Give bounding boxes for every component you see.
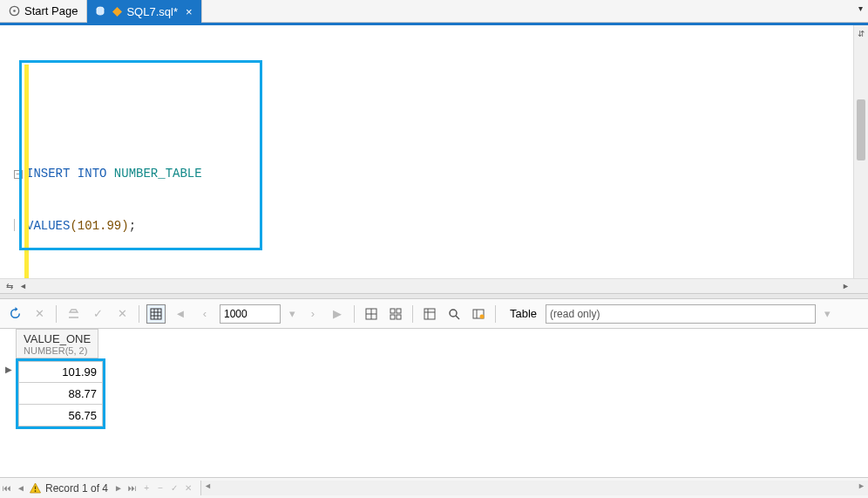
rollback-button[interactable]: ✕ — [112, 304, 132, 324]
sql-editor[interactable]: −INSERT INTO NUMBER_TABLE VALUES(101.99)… — [0, 25, 853, 278]
table-row[interactable]: 56.75 — [18, 405, 103, 426]
svg-line-19 — [456, 316, 459, 319]
table-row[interactable]: 88.77 — [18, 383, 103, 405]
page-size-input[interactable] — [220, 304, 281, 324]
start-page-icon — [9, 5, 20, 17]
close-icon[interactable]: × — [186, 5, 193, 18]
keyword: INTO — [78, 167, 107, 181]
keyword: INSERT — [26, 167, 70, 181]
cancel-button[interactable]: ✕ — [30, 304, 49, 324]
column-name: VALUE_ONE — [24, 332, 91, 345]
fold-icon[interactable]: − — [14, 170, 23, 179]
svg-point-24 — [34, 490, 36, 492]
page-dropdown-icon[interactable]: ▾ — [286, 304, 298, 324]
footer-hscrollbar[interactable] — [200, 481, 868, 495]
grid-mode-button[interactable] — [146, 304, 166, 324]
tab-label: Start Page — [24, 4, 78, 17]
table-label: Table — [510, 307, 537, 320]
tab-label: SQL7.sql* — [126, 5, 178, 18]
svg-rect-11 — [390, 309, 395, 313]
scroll-right-icon[interactable]: ► — [838, 282, 853, 290]
scroll-thumb[interactable] — [857, 99, 865, 160]
view-grid-button[interactable] — [362, 304, 381, 324]
svg-point-18 — [450, 310, 457, 317]
pane-resize-handle[interactable] — [0, 293, 868, 299]
last-page-button[interactable]: ▶ — [328, 304, 347, 324]
delete-row-icon[interactable]: − — [153, 483, 167, 493]
svg-rect-3 — [151, 309, 161, 319]
identifier: NUMBER_TABLE — [114, 167, 202, 181]
record-position: Record 1 of 4 — [45, 482, 108, 495]
number-literal: 101.99 — [78, 219, 121, 233]
keyword: VALUES — [26, 219, 70, 233]
nav-last-icon[interactable]: ⏭ — [125, 483, 139, 493]
modified-icon — [112, 7, 122, 17]
next-page-button[interactable]: › — [303, 304, 322, 324]
first-page-button[interactable]: ◄ — [171, 304, 190, 324]
svg-rect-14 — [397, 315, 401, 319]
tab-start-page[interactable]: Start Page — [0, 0, 87, 22]
sql-editor-pane: −INSERT INTO NUMBER_TABLE VALUES(101.99)… — [0, 25, 868, 278]
scroll-left-icon[interactable]: ◄ — [16, 282, 31, 290]
current-row-indicator: ▶ — [3, 365, 15, 374]
editor-hscrollbar[interactable]: ⇆ ◄ ► — [0, 278, 868, 293]
prev-page-button[interactable]: ‹ — [195, 304, 214, 324]
svg-rect-15 — [424, 309, 435, 319]
svg-point-1 — [13, 10, 16, 12]
export-button[interactable] — [64, 304, 83, 324]
column-config-button[interactable] — [469, 304, 488, 324]
results-toolbar: ✕ ✓ ✕ ◄ ‹ ▾ › ▶ Table ▾ — [0, 299, 868, 329]
warning-icon — [28, 481, 42, 495]
cell[interactable]: 56.75 — [18, 405, 103, 426]
tabs-menu-icon[interactable]: ▾ — [858, 3, 863, 13]
column-header[interactable]: VALUE_ONE NUMBER(5, 2) — [16, 329, 98, 358]
tab-sql-file[interactable]: SQL7.sql* × — [87, 0, 201, 23]
editor-vscrollbar[interactable]: ⇵ — [853, 25, 868, 278]
find-button[interactable] — [444, 304, 464, 324]
nav-first-icon[interactable]: ⏮ — [0, 483, 14, 493]
svg-point-22 — [480, 314, 485, 318]
cell[interactable]: 88.77 — [18, 383, 103, 405]
nav-next-icon[interactable]: ► — [112, 483, 125, 493]
highlight-results-box: 101.99 88.77 56.75 — [16, 358, 105, 429]
svg-rect-12 — [397, 309, 401, 313]
table-select[interactable] — [546, 304, 816, 324]
view-card-button[interactable] — [386, 304, 405, 324]
add-row-icon[interactable]: + — [139, 483, 153, 493]
sql-file-icon — [96, 5, 108, 17]
column-type: NUMBER(5, 2) — [24, 345, 91, 356]
commit-row-icon[interactable]: ✓ — [167, 483, 181, 493]
pivot-button[interactable] — [420, 304, 439, 324]
table-dropdown-icon[interactable]: ▾ — [821, 304, 833, 324]
split-horizontal-icon[interactable]: ⇵ — [858, 29, 865, 38]
results-grid: VALUE_ONE NUMBER(5, 2) ▶ 101.99 88.77 56… — [0, 329, 868, 449]
nav-prev-icon[interactable]: ◄ — [14, 483, 28, 493]
split-vertical-icon[interactable]: ⇆ — [3, 280, 16, 292]
status-bar: ⏮ ◄ Record 1 of 4 ► ⏭ + − ✓ ✕ — [0, 477, 868, 498]
svg-rect-13 — [390, 315, 395, 319]
tab-bar: Start Page SQL7.sql* × ▾ — [0, 0, 868, 23]
revert-row-icon[interactable]: ✕ — [181, 483, 195, 493]
commit-button[interactable]: ✓ — [88, 304, 107, 324]
refresh-button[interactable] — [5, 304, 24, 324]
change-marker — [24, 65, 29, 278]
cell[interactable]: 101.99 — [18, 361, 103, 383]
table-row[interactable]: 101.99 — [18, 361, 103, 383]
